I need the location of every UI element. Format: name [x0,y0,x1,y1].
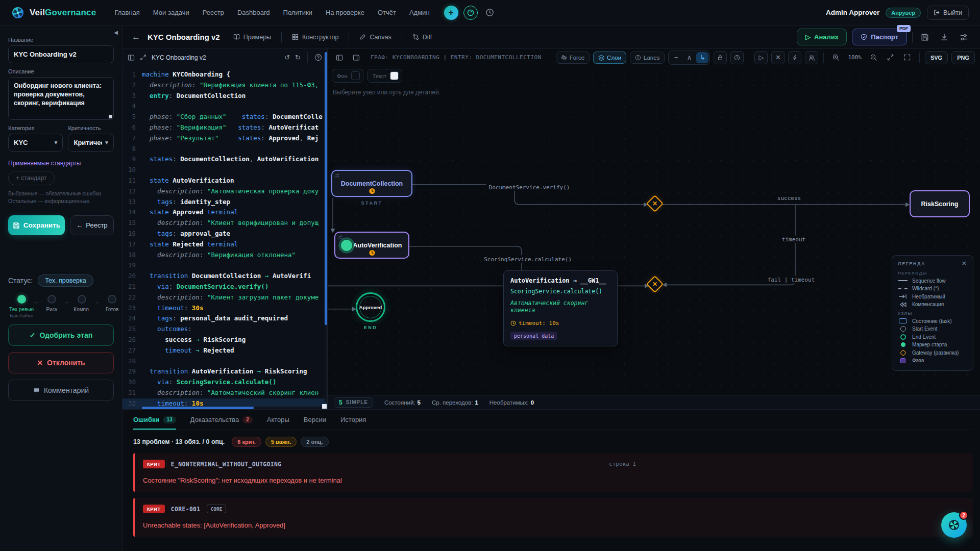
nav-item[interactable]: Админ [409,9,430,16]
code-line: 1machine KYCOnboarding { [122,69,327,80]
add-standard-button[interactable]: + стандарт [8,171,55,185]
force-layout-button[interactable]: Force [556,52,590,64]
end-marker-label: END [356,325,385,330]
node-approved-end[interactable]: Approved [356,292,385,322]
comment-button[interactable]: Комментарий [8,380,114,401]
simulate-button[interactable]: ▷ [754,51,768,64]
undo-button[interactable]: ↺ [284,54,290,61]
description-textarea[interactable]: Онбординг нового клиента: проверка докум… [8,77,114,120]
registry-button[interactable]: ←Реестр [70,215,114,235]
category-select[interactable]: KYC▼ [8,134,63,152]
edge-label-timeout[interactable]: timeout [779,236,808,243]
create-button[interactable]: + [444,6,458,20]
lanes-view-button[interactable]: Lanes [630,52,665,64]
editor-resize-grip[interactable] [322,404,327,409]
nav-item[interactable]: Dashboard [237,9,270,16]
graph-toolbar: ГРАФ: KYCONBOARDING | ENTRY: DOCUMENTCOL… [328,49,980,66]
edge-label-calculate[interactable]: ScoringService.calculate() [481,256,574,263]
logout-button[interactable]: Выйти [927,6,969,20]
back-button[interactable]: ← [132,32,140,42]
nav-item[interactable]: Политики [283,9,312,16]
clear-button[interactable]: ✕ [771,51,785,64]
lock-button[interactable] [714,51,727,64]
text-swatch[interactable] [390,71,399,80]
save-button[interactable]: Сохранить [8,215,65,235]
analyze-button[interactable]: ▷Анализ [797,29,847,45]
tab-история[interactable]: История [340,410,366,430]
horizontal-scrollbar[interactable] [142,407,322,409]
layers-view-button[interactable]: Слои [593,52,626,64]
approval-step: Риск [38,295,65,312]
bolt-button[interactable] [788,51,801,64]
divider [912,32,913,43]
issues-panel: Ошибки13Доказательства2АкторыВерсииИстор… [122,409,980,551]
settings-sliders-button[interactable] [957,30,971,44]
node-risk-scoring[interactable]: RiskScoring [910,190,970,217]
graph-panel: ГРАФ: KYCONBOARDING | ENTRY: DOCUMENTCOL… [328,49,980,409]
issue-card[interactable]: КРИТCORE-001COREUnreachable states: [Aut… [133,498,973,537]
reject-button[interactable]: ✕Отклонить [8,352,114,373]
approve-stage-button[interactable]: ✓Одобрить этап [8,324,114,346]
help-button[interactable] [314,54,322,61]
close-icon[interactable]: ✕ [962,260,967,267]
menu-item-2[interactable]: Конструктор [286,30,345,44]
fit-view-button[interactable] [884,51,897,64]
export-png-button[interactable]: PNG [951,51,975,64]
nav-item[interactable]: Главная [114,9,139,16]
resize-grip[interactable] [109,115,112,118]
nav-item[interactable]: Мои задачи [153,9,189,16]
download-button[interactable] [937,30,951,44]
edge-style-group: − ∧ ↳ [668,51,710,65]
edge-orthogonal-button[interactable]: ↳ [696,52,708,63]
edge-label-verify[interactable]: DocumentService.verify() [486,184,573,191]
approval-stepper: Тех.ревьюIvan Author–Риск–Компл.–Готов [8,295,114,318]
nav-item[interactable]: Отчёт [378,9,396,16]
issue-card[interactable]: КРИТE_NONTERMINAL_WITHOUT_OUTGOINGстрока… [133,453,973,492]
edge-label-success[interactable]: success [775,194,803,202]
assistant-button[interactable] [463,6,478,20]
passport-button[interactable]: Паспорт PDF [852,29,907,45]
nav-item[interactable]: Реестр [203,9,224,16]
code-area[interactable]: 1machine KYCOnboarding {2 description: "… [122,66,327,409]
fullscreen-button[interactable] [901,51,914,64]
edge-label-fail-timeout[interactable]: fail | timeout [765,276,818,284]
tab-ошибки[interactable]: Ошибки13 [133,410,176,430]
redo-button[interactable]: ↻ [295,54,301,61]
tab-акторы[interactable]: Акторы [267,410,289,430]
panel-left-icon[interactable] [333,51,346,64]
brand[interactable]: VeilGovernance [11,6,96,19]
node-document-collection[interactable]: DocumentCollection [331,170,412,197]
text-color-chip[interactable]: Текст [368,69,403,83]
tab-версии[interactable]: Версии [304,410,326,430]
vertical-scrollbar[interactable] [325,52,327,402]
expand-editor-icon[interactable] [140,54,146,61]
history-button[interactable] [483,6,497,20]
name-input[interactable]: KYC Onboarding v2 [8,45,114,63]
assistant-fab[interactable]: 2 [941,512,967,538]
panel-toggle-icon[interactable] [128,54,135,61]
divider [749,53,749,63]
bg-color-chip[interactable]: Фон [332,69,363,83]
export-svg-button[interactable]: SVG [925,51,948,64]
node-auto-verification[interactable]: AutoVerification [334,232,409,259]
criticality-select[interactable]: Критичес▼ [68,134,114,152]
code-line: 19 [122,260,327,271]
menu-item-4[interactable]: Diff [406,30,438,44]
sidebar-collapse-button[interactable]: ◀ [114,30,118,35]
edge-curved-button[interactable]: ∧ [683,52,695,63]
zoom-in-button[interactable] [829,51,842,64]
edge-straight-button[interactable]: − [670,52,682,63]
menu-item-3[interactable]: Canvas [353,30,397,44]
document-title: KYC Onboarding v2 [148,33,220,41]
graph-canvas[interactable]: Фон Текст Выберите узел или путь для дет… [328,66,980,395]
nav-item[interactable]: На проверке [326,9,364,16]
actors-button[interactable] [805,51,818,64]
zoom-out-button[interactable] [867,51,880,64]
graph-stat: Необратимых:0 [489,399,534,406]
tab-доказательства[interactable]: Доказательства2 [190,410,253,430]
panel-right-icon[interactable] [350,51,363,64]
bg-swatch[interactable] [351,71,360,80]
menu-item-1[interactable]: Примеры [227,30,277,44]
timers-button[interactable] [730,51,744,64]
save-document-button[interactable] [918,30,932,44]
